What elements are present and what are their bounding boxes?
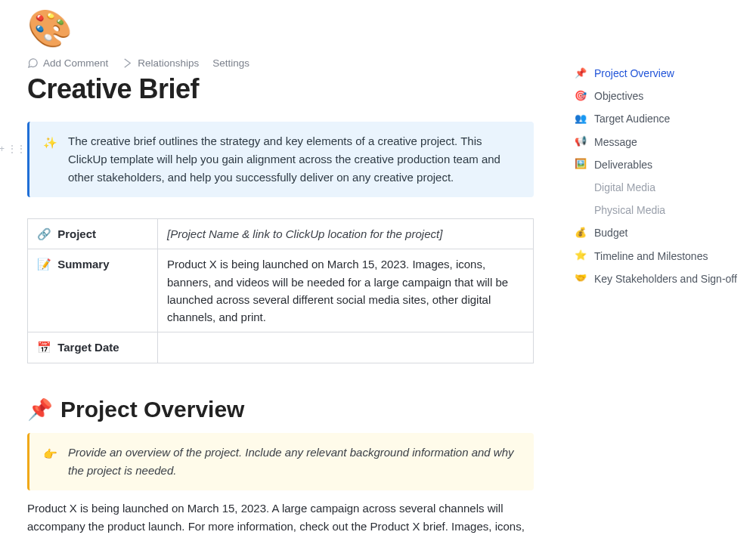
moneybag-icon: 💰: [575, 227, 588, 240]
summary-value[interactable]: Product X is being launched on March 15,…: [158, 249, 534, 332]
toc-item-stakeholders[interactable]: 🤝 Key Stakeholders and Sign-off: [575, 267, 745, 290]
relationships-icon: [122, 57, 133, 69]
star-icon: ⭐: [575, 249, 588, 262]
pushpin-icon: 📌: [27, 397, 53, 422]
main-content: 🎨 Add Comment Relationships Settings Cre…: [27, 0, 549, 538]
intro-callout[interactable]: ✨ The creative brief outlines the strate…: [27, 122, 534, 197]
overview-hint-callout[interactable]: 👉 Provide an overview of the project. In…: [27, 433, 534, 490]
pushpin-icon: 📌: [575, 67, 588, 80]
summary-label: Summary: [57, 258, 109, 271]
section-overview-label: Project Overview: [60, 397, 244, 422]
add-comment-label: Add Comment: [43, 57, 108, 69]
toc-sub-physical-media[interactable]: Physical Media: [575, 199, 745, 221]
toc-label: Project Overview: [594, 66, 674, 80]
toc-label: Message: [594, 135, 637, 149]
settings-button[interactable]: Settings: [212, 57, 249, 69]
toc-item-timeline[interactable]: ⭐ Timeline and Milestones: [575, 245, 745, 267]
page-title[interactable]: Creative Brief: [27, 73, 534, 105]
toc-item-budget[interactable]: 💰 Budget: [575, 221, 745, 244]
overview-body[interactable]: Product X is being launched on March 15,…: [27, 499, 534, 539]
info-table: 🔗 Project [Project Name & link to ClickU…: [27, 218, 534, 363]
project-value[interactable]: [Project Name & link to ClickUp location…: [158, 219, 534, 249]
calendar-icon: 📅: [37, 341, 51, 354]
table-row[interactable]: 📅 Target Date: [28, 332, 534, 363]
toc-item-project-overview[interactable]: 📌 Project Overview: [575, 62, 745, 85]
project-label: Project: [57, 227, 96, 240]
toc-label: Timeline and Milestones: [594, 249, 708, 263]
section-overview-title[interactable]: 📌 Project Overview: [27, 397, 534, 422]
toc-item-message[interactable]: 📢 Message: [575, 131, 745, 153]
toc-label: Budget: [594, 226, 627, 240]
intro-callout-text: The creative brief outlines the strategy…: [68, 132, 520, 187]
toc-label: Physical Media: [594, 203, 665, 217]
toc-label: Deliverables: [594, 158, 652, 172]
relationships-button[interactable]: Relationships: [122, 57, 199, 69]
table-of-contents: 📌 Project Overview 🎯 Objectives 👥 Target…: [549, 0, 745, 538]
people-icon: 👥: [575, 113, 588, 125]
comment-icon: [27, 57, 39, 69]
link-icon: 🔗: [37, 227, 51, 240]
target-icon: 🎯: [575, 90, 588, 103]
toc-label: Target Audience: [594, 112, 670, 125]
target-date-value[interactable]: [158, 332, 534, 363]
page-toolbar: Add Comment Relationships Settings: [27, 57, 534, 69]
overview-hint-text: Provide an overview of the project. Incl…: [68, 444, 520, 480]
drag-handle-icon: ⋮⋮: [8, 144, 26, 154]
table-row[interactable]: 🔗 Project [Project Name & link to ClickU…: [28, 219, 534, 249]
toc-item-objectives[interactable]: 🎯 Objectives: [575, 85, 745, 107]
settings-label: Settings: [212, 57, 249, 69]
toc-sub-digital-media[interactable]: Digital Media: [575, 176, 745, 199]
toc-item-target-audience[interactable]: 👥 Target Audience: [575, 107, 745, 130]
handshake-icon: 🤝: [575, 272, 588, 285]
point-right-icon: 👉: [43, 445, 57, 480]
memo-icon: 📝: [37, 258, 51, 271]
block-handle[interactable]: + ⋮⋮: [0, 144, 27, 154]
table-row[interactable]: 📝 Summary Product X is being launched on…: [28, 249, 534, 332]
target-date-label: Target Date: [57, 341, 119, 354]
page-icon[interactable]: 🎨: [27, 11, 534, 47]
sparkles-icon: ✨: [43, 134, 57, 187]
megaphone-icon: 📢: [575, 135, 588, 148]
toc-label: Digital Media: [594, 181, 655, 194]
toc-label: Key Stakeholders and Sign-off: [594, 272, 737, 286]
add-comment-button[interactable]: Add Comment: [27, 57, 108, 69]
picture-icon: 🖼️: [575, 158, 588, 171]
toc-item-deliverables[interactable]: 🖼️ Deliverables: [575, 153, 745, 176]
relationships-label: Relationships: [138, 57, 199, 69]
toc-label: Objectives: [594, 89, 643, 103]
plus-icon: +: [0, 144, 5, 154]
